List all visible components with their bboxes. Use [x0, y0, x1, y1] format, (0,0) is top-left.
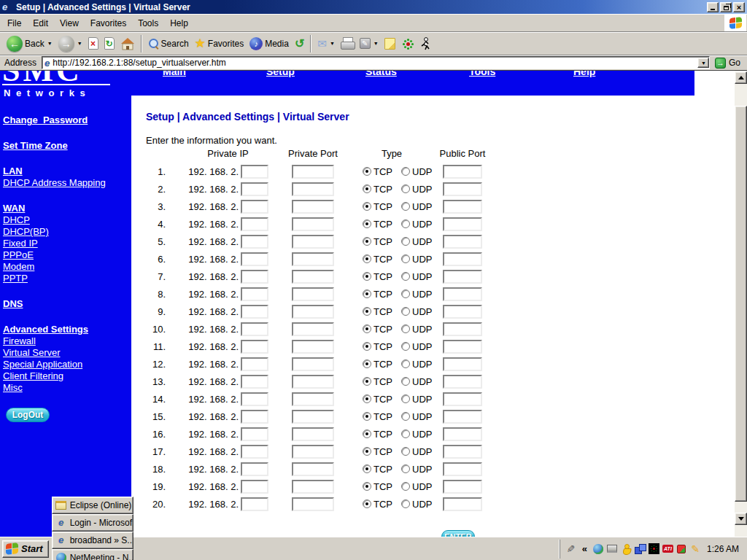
- private-port-input[interactable]: [292, 427, 334, 441]
- menu-favorites[interactable]: Favorites: [85, 15, 132, 31]
- go-button[interactable]: → Go: [713, 56, 745, 70]
- tcp-radio[interactable]: [363, 202, 371, 211]
- sidebar-link-wan[interactable]: WAN: [3, 203, 131, 214]
- home-button[interactable]: [117, 36, 138, 52]
- forward-dropdown-icon[interactable]: ▼: [77, 41, 82, 46]
- private-ip-input[interactable]: [241, 427, 268, 441]
- sidebar-link-special-application[interactable]: Special Application: [3, 359, 131, 370]
- private-port-input[interactable]: [292, 462, 334, 476]
- public-port-input[interactable]: [443, 375, 482, 389]
- udp-radio[interactable]: [401, 429, 410, 438]
- sidebar-link-dhcp-address-mapping[interactable]: DHCP Address Mapping: [3, 177, 131, 189]
- private-port-input[interactable]: [292, 322, 334, 336]
- udp-radio[interactable]: [401, 464, 410, 473]
- private-port-input[interactable]: [292, 392, 334, 406]
- tcp-radio[interactable]: [363, 429, 371, 438]
- tablet-pen-icon[interactable]: ✎: [565, 543, 576, 554]
- sidebar-link-dhcp-bp-[interactable]: DHCP(BP): [3, 226, 131, 238]
- private-ip-input[interactable]: [241, 252, 268, 266]
- udp-radio[interactable]: [401, 394, 410, 403]
- tray-collapse-chevron[interactable]: «: [579, 543, 590, 554]
- logout-button[interactable]: LogOut: [6, 408, 50, 422]
- udp-radio[interactable]: [401, 412, 410, 421]
- tcp-radio[interactable]: [363, 464, 371, 473]
- private-ip-input[interactable]: [241, 270, 268, 284]
- sidebar-link-misc[interactable]: Misc: [3, 382, 131, 394]
- private-port-input[interactable]: [292, 287, 334, 301]
- public-port-input[interactable]: [443, 322, 482, 336]
- aim-tray-icon[interactable]: [621, 543, 632, 554]
- private-ip-input[interactable]: [241, 305, 268, 319]
- public-port-input[interactable]: [443, 270, 482, 284]
- public-port-input[interactable]: [443, 287, 482, 301]
- tcp-radio[interactable]: [363, 499, 371, 508]
- private-ip-input[interactable]: [241, 445, 268, 459]
- sidebar-link-fixed-ip[interactable]: Fixed IP: [3, 238, 131, 249]
- private-port-input[interactable]: [292, 270, 334, 284]
- private-ip-input[interactable]: [241, 340, 268, 354]
- private-ip-input[interactable]: [241, 462, 268, 476]
- tcp-radio[interactable]: [363, 412, 371, 421]
- private-ip-input[interactable]: [241, 392, 268, 406]
- private-port-input[interactable]: [292, 305, 334, 319]
- tcp-radio[interactable]: [363, 324, 371, 333]
- sidebar-link-modem[interactable]: Modem: [3, 261, 131, 273]
- private-ip-input[interactable]: [241, 480, 268, 494]
- menu-file[interactable]: File: [1, 15, 27, 31]
- tcp-radio[interactable]: [363, 219, 371, 228]
- tcp-radio[interactable]: [363, 272, 371, 281]
- public-port-input[interactable]: [443, 357, 482, 371]
- public-port-input[interactable]: [443, 410, 482, 424]
- tcp-radio[interactable]: [363, 167, 371, 176]
- udp-radio[interactable]: [401, 482, 410, 491]
- start-button[interactable]: Start: [2, 540, 49, 558]
- public-port-input[interactable]: [443, 497, 482, 511]
- private-port-input[interactable]: [292, 182, 334, 196]
- private-port-input[interactable]: [292, 200, 334, 214]
- private-ip-input[interactable]: [241, 322, 268, 336]
- network-connections-icon[interactable]: [635, 543, 646, 554]
- nav-tools[interactable]: Tools: [469, 71, 495, 77]
- scroll-down-button[interactable]: [735, 513, 747, 525]
- mail-dropdown-icon[interactable]: ▼: [330, 41, 335, 46]
- edit-dropdown-icon[interactable]: ▼: [374, 41, 379, 46]
- sidebar-link-pptp[interactable]: PPTP: [3, 273, 131, 284]
- icq-button[interactable]: [398, 36, 417, 52]
- scroll-up-button[interactable]: [735, 71, 747, 84]
- private-port-input[interactable]: [292, 480, 334, 494]
- tcp-radio[interactable]: [363, 254, 371, 263]
- tcp-radio[interactable]: [363, 307, 371, 316]
- udp-radio[interactable]: [401, 324, 410, 333]
- print-button[interactable]: [338, 36, 357, 51]
- udp-radio[interactable]: [401, 237, 410, 246]
- sidebar-link-virtual-server[interactable]: Virtual Server: [3, 347, 131, 359]
- stop-button[interactable]: ×: [85, 36, 101, 51]
- netmeeting-tray-icon[interactable]: [593, 543, 604, 554]
- udp-radio[interactable]: [401, 307, 410, 316]
- udp-radio[interactable]: [401, 447, 410, 456]
- private-port-input[interactable]: [292, 445, 334, 459]
- close-button[interactable]: ×: [733, 2, 745, 12]
- private-port-input[interactable]: [292, 340, 334, 354]
- tcp-radio[interactable]: [363, 394, 371, 403]
- tcp-radio[interactable]: [363, 289, 371, 298]
- edit-button[interactable]: ✎ ▼: [357, 36, 382, 50]
- udp-radio[interactable]: [401, 202, 410, 211]
- tcp-radio[interactable]: [363, 447, 371, 456]
- tcp-radio[interactable]: [363, 237, 371, 246]
- task-netmeeting-n[interactable]: NetMeeting - N...: [52, 549, 133, 560]
- sidebar-link-pppoe[interactable]: PPPoE: [3, 249, 131, 261]
- enter-button[interactable]: ENTER: [441, 530, 475, 537]
- sidebar-link-dns[interactable]: DNS: [3, 298, 131, 310]
- tcp-radio[interactable]: [363, 377, 371, 386]
- nav-setup[interactable]: Setup: [266, 71, 295, 77]
- private-ip-input[interactable]: [241, 497, 268, 511]
- vertical-scrollbar[interactable]: [735, 71, 747, 537]
- private-ip-input[interactable]: [241, 235, 268, 249]
- menu-view[interactable]: View: [54, 15, 85, 31]
- udp-radio[interactable]: [401, 254, 410, 263]
- public-port-input[interactable]: [443, 340, 482, 354]
- sidebar-link-dhcp[interactable]: DHCP: [3, 214, 131, 226]
- sidebar-link-client-filtering[interactable]: Client Filtering: [3, 370, 131, 382]
- history-button[interactable]: ↺: [292, 36, 307, 51]
